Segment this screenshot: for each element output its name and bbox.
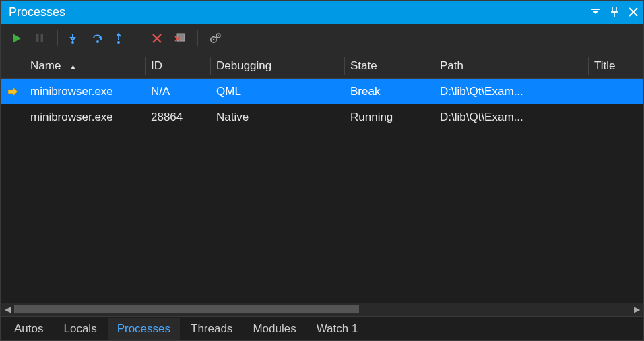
pin-icon[interactable] <box>610 7 619 18</box>
cell-state: Break <box>345 85 434 98</box>
scrollbar-thumb[interactable] <box>14 305 359 313</box>
close-icon[interactable] <box>629 7 638 17</box>
sort-ascending-icon: ▲ <box>69 63 77 71</box>
settings-button[interactable] <box>206 29 225 48</box>
detach-button[interactable] <box>148 29 166 48</box>
svg-rect-6 <box>36 34 39 42</box>
cell-debugging: Native <box>211 111 344 124</box>
process-list: minibrowser.exe N/A QML Break D:\lib\Qt\… <box>1 79 643 303</box>
scroll-left-icon[interactable]: ◀ <box>1 303 14 316</box>
separator <box>57 30 58 46</box>
titlebar: Processes <box>1 1 643 24</box>
column-headers: Name ▲ ID Debugging State Path Title <box>1 53 643 79</box>
pause-button <box>30 29 49 48</box>
svg-point-21 <box>218 35 219 36</box>
column-header-label: Name <box>30 59 61 72</box>
tab-autos[interactable]: Autos <box>5 318 53 340</box>
bottom-tabstrip: Autos Locals Processes Threads Modules W… <box>1 316 643 340</box>
cell-path: D:\lib\Qt\Exam... <box>434 111 588 124</box>
svg-point-9 <box>71 41 74 44</box>
processes-panel: Processes <box>0 0 644 341</box>
process-row[interactable]: minibrowser.exe 28864 Native Running D:\… <box>1 104 643 130</box>
cell-id: 28864 <box>146 111 210 124</box>
separator <box>197 30 198 46</box>
column-header-id[interactable]: ID <box>146 59 210 73</box>
tab-locals[interactable]: Locals <box>54 318 106 340</box>
horizontal-scrollbar[interactable]: ◀ ▶ <box>1 303 643 316</box>
tab-threads[interactable]: Threads <box>181 318 242 340</box>
svg-rect-7 <box>41 34 44 42</box>
svg-point-12 <box>117 41 120 44</box>
column-header-path[interactable]: Path <box>434 59 588 73</box>
continue-button[interactable] <box>7 29 26 48</box>
cell-name: minibrowser.exe <box>25 111 145 124</box>
svg-rect-1 <box>612 7 616 12</box>
step-out-button[interactable] <box>112 29 131 48</box>
terminate-button[interactable] <box>170 29 189 48</box>
titlebar-controls <box>591 7 638 18</box>
column-header-state[interactable]: State <box>345 59 434 73</box>
cell-path: D:\lib\Qt\Exam... <box>434 85 588 98</box>
step-into-button[interactable] <box>66 29 85 48</box>
column-header-title[interactable]: Title <box>589 59 643 73</box>
cell-name: minibrowser.exe <box>25 85 145 98</box>
column-header-debugging[interactable]: Debugging <box>211 59 344 73</box>
scrollbar-track[interactable] <box>14 305 630 313</box>
separator <box>139 30 139 46</box>
svg-rect-0 <box>591 9 600 10</box>
process-row[interactable]: minibrowser.exe N/A QML Break D:\lib\Qt\… <box>1 79 643 104</box>
column-header-name[interactable]: Name ▲ <box>25 59 145 73</box>
svg-point-10 <box>96 40 99 43</box>
tab-watch1[interactable]: Watch 1 <box>307 318 368 340</box>
panel-title: Processes <box>9 5 591 20</box>
window-options-icon[interactable] <box>591 9 600 16</box>
cell-state: Running <box>345 111 434 124</box>
cell-debugging: QML <box>211 85 344 98</box>
step-over-button[interactable] <box>89 29 108 48</box>
svg-point-19 <box>213 38 215 40</box>
toolbar <box>1 24 643 53</box>
cell-id: N/A <box>146 85 210 98</box>
current-process-indicator <box>1 87 25 96</box>
scroll-right-icon[interactable]: ▶ <box>630 303 643 316</box>
tab-modules[interactable]: Modules <box>243 318 305 340</box>
tab-processes[interactable]: Processes <box>108 318 180 340</box>
